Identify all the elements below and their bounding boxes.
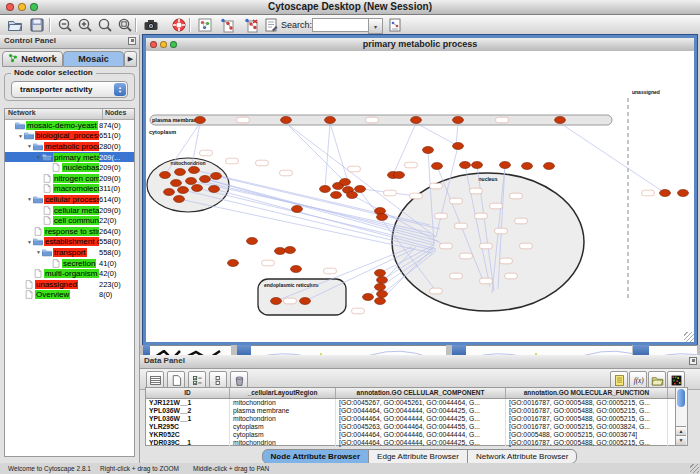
tree-row[interactable]: ▼biological_process651(0) — [5, 131, 134, 142]
tree-row[interactable]: ▼primary metabo209(... — [5, 152, 134, 163]
network-node[interactable] — [375, 298, 386, 305]
annotation-icon[interactable] — [262, 16, 280, 34]
column-header[interactable]: annotation.GO MOLECULAR_FUNCTION — [506, 388, 668, 398]
network-node[interactable] — [555, 117, 566, 124]
help-icon[interactable] — [170, 16, 188, 34]
expander-icon[interactable]: ▼ — [26, 196, 33, 202]
table-row[interactable]: YPL036W__2plasma membrane[GO:0044464, GO… — [146, 407, 687, 415]
network-node[interactable] — [423, 147, 434, 154]
tree-row[interactable]: Overview8(0) — [5, 290, 134, 301]
tree-row[interactable]: ▼metabolic process280(0) — [5, 141, 134, 152]
network-node[interactable] — [209, 186, 220, 193]
tree-row[interactable]: cellular metabo209(0) — [5, 205, 134, 216]
tree-row[interactable]: multi-organism pro42(0) — [5, 268, 134, 279]
network-node[interactable] — [340, 179, 351, 186]
network-node[interactable] — [178, 187, 189, 194]
background-window[interactable] — [649, 345, 697, 355]
tree-row[interactable]: nitrogen compo209(0) — [5, 173, 134, 184]
tab-network[interactable]: Network — [2, 51, 63, 67]
table-row[interactable]: YKR052Ccytoplasm[GO:0044464, GO:0044446,… — [146, 431, 687, 439]
network-node[interactable] — [453, 117, 464, 124]
network-node[interactable] — [660, 190, 671, 197]
background-window-frame[interactable] — [452, 345, 466, 355]
tree-row[interactable]: macromolecule311(0) — [5, 184, 134, 195]
network-node[interactable] — [275, 248, 286, 255]
expander-icon[interactable]: ▼ — [26, 239, 33, 245]
network-node[interactable] — [522, 163, 533, 170]
column-header[interactable]: ID — [146, 388, 230, 398]
network-node[interactable] — [375, 270, 386, 277]
network-node[interactable] — [363, 294, 374, 301]
background-window[interactable] — [466, 345, 632, 355]
network-edge[interactable] — [183, 190, 433, 250]
background-window-frame[interactable] — [633, 345, 649, 355]
network-node[interactable] — [174, 196, 185, 203]
table-row[interactable]: YPL036W__1mitochondrion[GO:0044464, GO:0… — [146, 415, 687, 423]
tree-row[interactable]: response to stimulu264(0) — [5, 226, 134, 237]
network-node[interactable] — [281, 117, 292, 124]
tree-row[interactable]: ▼cellular process614(0) — [5, 194, 134, 205]
background-window[interactable] — [150, 345, 231, 355]
tree-row[interactable]: mosaic-demo-yeast874(0) — [5, 120, 134, 131]
network-node[interactable] — [291, 266, 302, 273]
node-color-dropdown[interactable]: transporter activity ▲▼ — [11, 81, 128, 98]
network-node[interactable] — [271, 298, 282, 305]
network-node[interactable] — [544, 163, 555, 170]
network-node[interactable] — [171, 180, 182, 187]
network-edge[interactable] — [560, 123, 665, 193]
background-window-frame[interactable] — [237, 345, 251, 355]
network-node[interactable] — [320, 186, 331, 193]
network-node[interactable] — [164, 189, 175, 196]
expander-icon[interactable]: ▼ — [35, 249, 42, 255]
network-edge[interactable] — [191, 181, 431, 233]
tab-network-attribute-browser[interactable]: Network Attribute Browser — [467, 449, 577, 464]
layout-icon[interactable] — [196, 16, 214, 34]
network-node[interactable] — [411, 117, 422, 124]
tree-row[interactable]: nucleobase-209(0) — [5, 162, 134, 173]
network-node[interactable] — [377, 214, 388, 221]
network-node[interactable] — [292, 206, 303, 213]
tree-column-nodes[interactable]: Nodes — [103, 109, 134, 119]
search-input[interactable] — [312, 18, 370, 32]
table-row[interactable]: YJR121W__1mitochondrion[GO:0045267, GO:0… — [146, 399, 687, 407]
network-node[interactable] — [375, 284, 386, 291]
tab-node-attribute-browser[interactable]: Node Attribute Browser — [262, 449, 370, 464]
table-row[interactable]: YLR295Ccytoplasm[GO:0045263, GO:0044464,… — [146, 423, 687, 431]
scrollbar-thumb[interactable] — [677, 389, 685, 407]
network-node[interactable] — [500, 162, 511, 169]
expander-icon[interactable]: ▼ — [26, 143, 33, 149]
network-node[interactable] — [347, 192, 358, 199]
plasma-membrane-region[interactable] — [150, 115, 612, 125]
tab-edge-attribute-browser[interactable]: Edge Attribute Browser — [368, 449, 468, 464]
network-node[interactable] — [453, 143, 464, 150]
background-window-frame[interactable] — [143, 345, 150, 355]
float-panel-icon[interactable] — [689, 357, 697, 365]
network-node[interactable] — [247, 238, 258, 245]
open-icon[interactable] — [6, 16, 24, 34]
snapshot-icon[interactable] — [142, 16, 160, 34]
zoom-selected-icon[interactable] — [116, 16, 134, 34]
network-node[interactable] — [175, 169, 186, 176]
network-edge[interactable] — [286, 123, 345, 182]
network-node[interactable] — [432, 163, 443, 170]
network-view-icon[interactable] — [218, 16, 236, 34]
network-node[interactable] — [285, 247, 296, 254]
network-edge[interactable] — [416, 123, 458, 146]
network-destroy-icon[interactable] — [242, 16, 260, 34]
network-node[interactable] — [678, 190, 689, 197]
column-header[interactable]: annotation.GO CELLULAR_COMPONENT — [336, 388, 506, 398]
network-edge[interactable] — [216, 176, 440, 229]
zoom-out-icon[interactable] — [56, 16, 74, 34]
network-node[interactable] — [394, 172, 405, 179]
network-node[interactable] — [200, 176, 211, 183]
network-node[interactable] — [472, 162, 483, 169]
network-node[interactable] — [300, 298, 311, 305]
network-node[interactable] — [228, 260, 239, 267]
app-resize-grip[interactable] — [690, 464, 699, 473]
network-file-icon[interactable] — [386, 16, 404, 34]
tree-row[interactable]: cell communicat22(0) — [5, 215, 134, 226]
tree-row[interactable]: unassigned223(0) — [5, 279, 134, 290]
network-node[interactable] — [189, 167, 200, 174]
scroll-down-icon[interactable]: ▼ — [676, 435, 686, 445]
network-node[interactable] — [195, 117, 206, 124]
